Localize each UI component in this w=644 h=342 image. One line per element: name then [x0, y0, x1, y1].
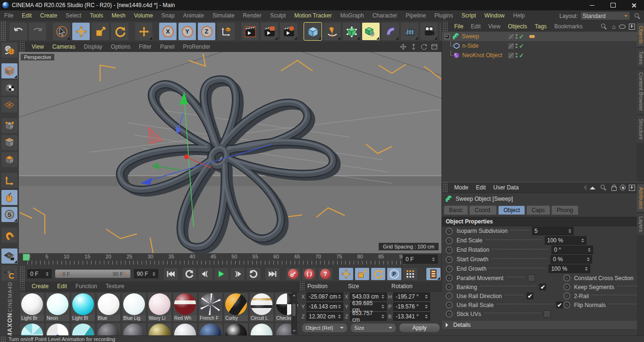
add-sweep-generator-button[interactable]	[362, 22, 380, 41]
viewport-menu-prorender[interactable]: ProRender	[179, 42, 215, 52]
start-growth-input[interactable]: 0 %	[551, 255, 592, 264]
spinner[interactable]	[585, 265, 588, 272]
path-bar-icon[interactable]	[619, 25, 626, 29]
viewport-menu-display[interactable]: Display	[79, 42, 106, 52]
key-pla-toggle[interactable]	[403, 267, 418, 281]
apply-button[interactable]: Apply	[399, 323, 440, 333]
menu-motion-tracker[interactable]: Motion Tracker	[290, 10, 336, 21]
transport-grip[interactable]	[19, 266, 25, 282]
spinner[interactable]	[338, 293, 341, 300]
rotate-view-icon[interactable]	[421, 43, 427, 50]
spinner[interactable]	[338, 303, 341, 310]
details-expander[interactable]: Details	[442, 320, 644, 330]
move-tool-button[interactable]	[72, 22, 90, 41]
mat-menu-function[interactable]: Function	[71, 282, 102, 292]
menu-character[interactable]: Character	[368, 10, 402, 21]
key-rotation-toggle[interactable]	[371, 267, 386, 281]
use-rail-direction-checkbox[interactable]: ✔	[526, 292, 534, 299]
spinner[interactable]	[381, 303, 384, 310]
add-camera-button[interactable]	[420, 22, 438, 41]
menu-mograph[interactable]: MoGraph	[336, 10, 368, 21]
material-item[interactable]: Light Br	[20, 292, 44, 322]
scale-tool-button[interactable]	[91, 22, 110, 41]
mat-menu-create[interactable]: Create	[27, 282, 53, 292]
banking-checkbox[interactable]: ✔	[539, 283, 546, 291]
play-button[interactable]	[214, 267, 229, 281]
menu-pipeline[interactable]: Pipeline	[401, 10, 430, 21]
points-mode-button[interactable]	[1, 118, 18, 134]
om-search-icon[interactable]	[601, 24, 607, 29]
add-spline-button[interactable]	[323, 22, 341, 41]
texture-mode-button[interactable]	[1, 80, 18, 96]
goto-start-button[interactable]	[163, 267, 178, 281]
material-item[interactable]	[122, 323, 146, 335]
track-selection-icon[interactable]	[620, 185, 626, 190]
render-picture-viewer-button[interactable]	[260, 22, 279, 41]
menu-simulate[interactable]: Simulate	[208, 10, 239, 21]
keyframe-radio[interactable]	[446, 256, 453, 263]
material-item[interactable]	[198, 323, 223, 335]
tab-structure[interactable]: Structure	[637, 116, 644, 143]
spinner[interactable]	[425, 313, 428, 320]
material-item[interactable]: Blue	[96, 292, 121, 322]
history-forward-icon[interactable]	[590, 184, 595, 189]
tab-coord[interactable]: Coord.	[469, 205, 497, 215]
size-mode-dropdown[interactable]: Size	[350, 323, 396, 333]
play-forwards-button[interactable]	[246, 267, 261, 281]
tab-object[interactable]: Object	[498, 205, 525, 215]
key-position-toggle[interactable]	[339, 267, 354, 281]
scrollbar-thumb[interactable]	[292, 304, 296, 316]
menu-sculpt[interactable]: Sculpt	[266, 10, 290, 21]
isoparm-subdivision-input[interactable]: 5	[532, 227, 574, 235]
viewport-menu-filter[interactable]: Filter	[135, 42, 156, 52]
material-item[interactable]: French F	[198, 292, 223, 322]
timeline-ruler[interactable]: 05 1015 2025 3035 4045 5055 6065 7075 80…	[19, 253, 441, 266]
material-item[interactable]: Wavy Li	[147, 292, 172, 322]
visibility-dots[interactable]	[516, 34, 517, 39]
timeline-window-button[interactable]	[426, 267, 441, 281]
add-bookmark-icon[interactable]	[629, 24, 635, 30]
redo-button[interactable]	[28, 22, 47, 41]
material-item[interactable]	[173, 323, 197, 335]
enable-toggle[interactable]: ✓	[519, 43, 524, 50]
keyframe-radio[interactable]	[563, 274, 570, 282]
render-view-button[interactable]	[241, 22, 259, 41]
om-menu-view[interactable]: View	[484, 21, 504, 32]
enable-toggle[interactable]: ✓	[519, 52, 524, 59]
spinner[interactable]	[588, 247, 591, 253]
current-frame-field[interactable]: 0 F	[403, 255, 438, 264]
visibility-dots[interactable]	[516, 53, 517, 58]
material-item[interactable]	[147, 323, 172, 335]
viewport-canvas[interactable]: Perspective Grid Spacing : 100 cm	[19, 52, 441, 253]
selection-tool-button[interactable]	[52, 22, 71, 41]
lock-workplane-button[interactable]	[1, 248, 18, 264]
menu-mesh[interactable]: Mesh	[107, 10, 129, 21]
range-left-arrow-icon[interactable]	[57, 272, 61, 276]
record-keyframe-button[interactable]	[286, 267, 301, 281]
keyframe-radio[interactable]	[446, 247, 453, 254]
minimize-button[interactable]	[582, 0, 602, 10]
model-mode-button[interactable]	[1, 63, 18, 79]
new-panel-icon[interactable]	[629, 185, 635, 191]
position-x-input[interactable]: -25.087 cm	[306, 292, 343, 301]
material-item[interactable]: Circuit L	[249, 292, 274, 322]
spinner[interactable]	[425, 293, 428, 300]
keyframe-radio[interactable]	[446, 283, 453, 291]
menu-file[interactable]: File	[0, 10, 17, 21]
menu-edit[interactable]: Edit	[17, 10, 36, 21]
menu-select[interactable]: Select	[61, 10, 85, 21]
keyframe-radio[interactable]	[446, 228, 453, 235]
menu-animate[interactable]: Animate	[179, 10, 208, 21]
editor-visibility-toggle[interactable]	[508, 52, 514, 59]
keyframe-radio[interactable]	[446, 274, 453, 282]
attr-menu-mode[interactable]: Mode	[450, 182, 472, 193]
render-settings-button[interactable]	[280, 22, 298, 41]
key-scale-toggle[interactable]	[355, 267, 370, 281]
close-button[interactable]	[623, 0, 644, 10]
tab-content-browser[interactable]: Content Browser	[637, 69, 644, 114]
keyframe-radio[interactable]	[446, 310, 453, 317]
spinner[interactable]	[581, 237, 584, 244]
goto-end-button[interactable]	[265, 267, 280, 281]
maximize-button[interactable]	[602, 0, 623, 10]
material-item[interactable]: Blue Lig	[122, 292, 146, 322]
